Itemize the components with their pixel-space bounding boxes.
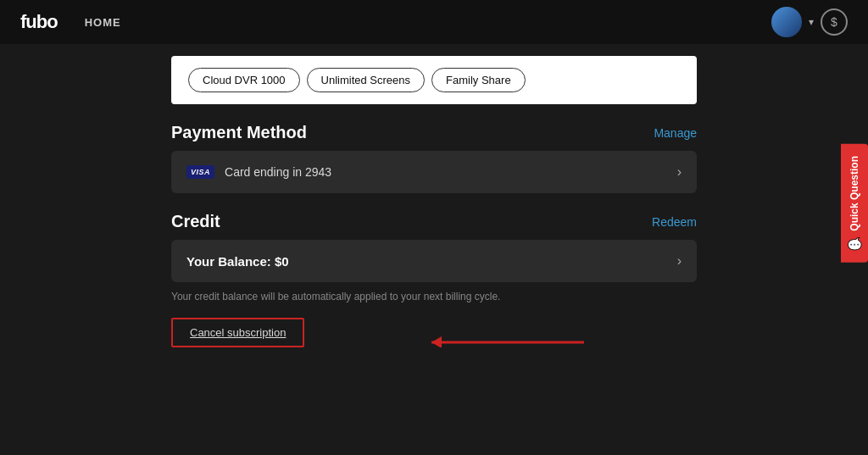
payment-method-section: Payment Method Manage VISA Card ending i… — [171, 104, 697, 193]
card-number-text: Card ending in 2943 — [225, 165, 331, 179]
addon-unlimited-screens[interactable]: Unlimited Screens — [307, 68, 426, 92]
fubo-logo[interactable]: fubo — [20, 11, 58, 33]
svg-marker-1 — [431, 336, 442, 348]
main-content: Cloud DVR 1000 Unlimited Screens Family … — [0, 44, 868, 347]
chat-icon: 💬 — [848, 236, 861, 251]
credit-header: Credit Redeem — [171, 212, 697, 231]
addon-cloud-dvr[interactable]: Cloud DVR 1000 — [188, 68, 300, 92]
quick-question-tab[interactable]: 💬 Quick Question — [841, 144, 868, 263]
chevron-right-icon: › — [677, 164, 682, 180]
navbar-right: ▾ $ — [771, 7, 848, 37]
cancel-section: Cancel subscription — [171, 318, 697, 347]
manage-button[interactable]: Manage — [654, 126, 697, 140]
balance-text: Your Balance: $0 — [186, 254, 289, 269]
chevron-right-icon-2: › — [677, 253, 682, 269]
navbar-left: fubo HOME — [20, 11, 121, 33]
chevron-down-icon[interactable]: ▾ — [809, 16, 814, 28]
navbar: fubo HOME ▾ $ — [0, 0, 868, 44]
addons-bar: Cloud DVR 1000 Unlimited Screens Family … — [171, 56, 697, 104]
nav-home[interactable]: HOME — [85, 16, 121, 29]
avatar[interactable] — [771, 7, 802, 37]
account-icon[interactable]: $ — [821, 8, 848, 36]
credit-section: Credit Redeem Your Balance: $0 › — [171, 193, 697, 282]
redeem-button[interactable]: Redeem — [652, 215, 697, 229]
credit-title: Credit — [171, 212, 220, 231]
card-info: VISA Card ending in 2943 — [186, 165, 331, 179]
payment-method-title: Payment Method — [171, 123, 307, 142]
arrow-icon — [423, 330, 593, 348]
payment-card-row[interactable]: VISA Card ending in 2943 › — [171, 151, 697, 193]
balance-row[interactable]: Your Balance: $0 › — [171, 240, 697, 282]
credit-note: Your credit balance will be automaticall… — [171, 291, 697, 302]
cancel-subscription-button[interactable]: Cancel subscription — [171, 318, 304, 347]
quick-question-label: Quick Question — [849, 156, 860, 231]
payment-method-header: Payment Method Manage — [171, 123, 697, 142]
addon-family-share[interactable]: Family Share — [431, 68, 526, 92]
visa-icon: VISA — [186, 165, 214, 179]
